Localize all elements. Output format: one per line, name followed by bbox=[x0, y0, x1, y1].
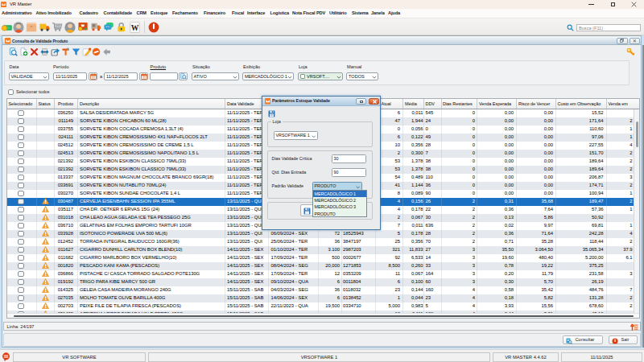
svg-text:W: W bbox=[130, 23, 138, 31]
